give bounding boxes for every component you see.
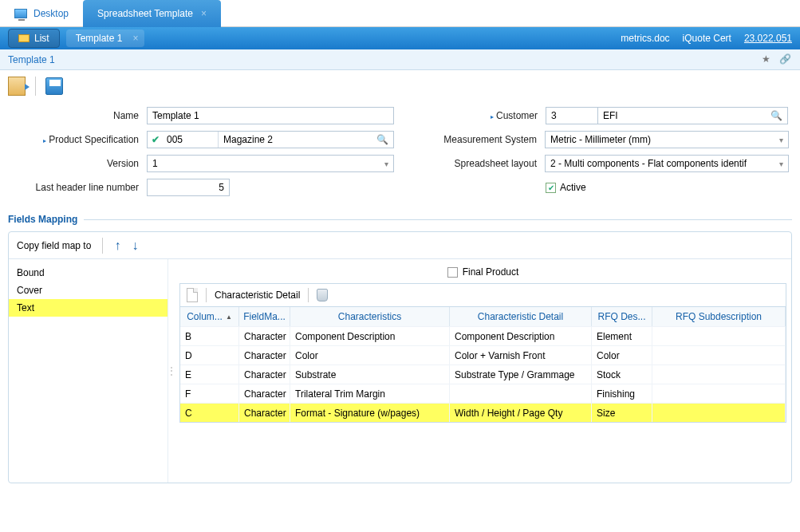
arrow-up-icon[interactable]: ↑ [114,238,120,253]
col-column[interactable]: Colum...▲ [180,307,239,326]
exit-icon[interactable] [8,77,26,96]
list-item-bound[interactable]: Bound [9,264,167,282]
version-select[interactable]: 1▾ [147,155,394,172]
section-title: Fields Mapping [0,211,800,228]
prodspec-label: ▸Product Specification [11,134,147,145]
prodspec-name: Magazine 2 [219,134,372,145]
version-link[interactable]: 23.022.051 [744,33,792,44]
chevron-down-icon: ▾ [384,160,388,168]
table-row[interactable]: FCharacterTrilateral Trim MarginFinishin… [180,384,786,403]
grid-header: Colum...▲ FieldMa... Characteristics Cha… [180,307,786,326]
table-row[interactable]: BCharacterComponent DescriptionComponent… [180,326,786,345]
cell: Finishing [592,384,652,403]
cell: Stock [592,365,652,384]
cell [652,384,786,403]
tab-spreadsheet-template[interactable]: Spreadsheet Template × [83,0,221,27]
cell: Character [239,346,290,365]
close-icon[interactable]: × [132,33,138,44]
new-icon[interactable] [187,288,198,302]
table-row[interactable]: ECharacterSubstrateSubstrate Type / Gram… [180,365,786,384]
breadcrumb: Template 1 ★ 🔗 [0,49,800,70]
cell: Character [239,327,290,345]
mapping-toolbar: Copy field map to ↑ ↓ [9,232,791,259]
col-rfq-des[interactable]: RFQ Des... [592,307,652,326]
lastheader-label: Last header line number [11,182,147,193]
form-area: Name Template 1 ▸Customer 3 EFI🔍 ▸Produc… [0,102,800,211]
name-input[interactable]: Template 1 [147,107,394,124]
layout-label: Spreadsheet layout [409,158,545,169]
name-label: Name [11,110,147,121]
list-item-text[interactable]: Text [9,299,167,317]
final-product-checkbox[interactable] [447,267,458,278]
star-icon[interactable]: ★ [762,53,774,66]
cell: Character [239,404,290,422]
active-checkbox[interactable]: ✔ [546,183,556,193]
header-bar: List Template 1 × metrics.doc iQuote Cer… [0,27,800,49]
char-detail-label[interactable]: Characteristic Detail [215,290,300,301]
template-tab[interactable]: Template 1 × [66,30,145,47]
right-area: Final Product Characteristic Detail Colu… [175,259,791,483]
cell: Element [592,327,652,345]
cell: Size [592,404,652,422]
toolbar [0,70,800,102]
chevron-down-icon: ▾ [779,160,783,168]
cell: E [180,365,239,384]
tab-desktop-label: Desktop [33,8,69,19]
cell: B [180,327,239,345]
version-label: Version [11,158,147,169]
measurement-label: Measurement System [409,134,545,145]
list-label: List [34,33,49,44]
prodspec-input[interactable]: ✔ 005 Magazine 2 🔍 [147,131,394,148]
table-row[interactable]: CCharacterFormat - Signature (w/pages)Wi… [180,403,786,422]
chevron-down-icon: ▾ [779,136,783,144]
cell: Character [239,384,290,403]
customer-code-input[interactable]: 3 [546,107,598,124]
mapping-panel: Copy field map to ↑ ↓ Bound Cover Text ⋮… [8,231,792,483]
cell: Color [592,346,652,365]
cell [652,404,786,422]
iquote-link[interactable]: iQuote Cert [683,33,731,44]
tab-desktop[interactable]: Desktop [0,0,83,27]
left-list: Bound Cover Text [9,259,168,483]
cell: Substrate Type / Grammage [450,365,592,384]
cell: Component Description [290,327,450,345]
list-item-cover[interactable]: Cover [9,282,167,299]
cell [652,346,786,365]
list-tab[interactable]: List [8,29,60,48]
active-label: Active [560,182,586,193]
tab-spreadsheet-label: Spreadsheet Template [97,8,193,19]
col-characteristics[interactable]: Characteristics [290,307,450,326]
cell: Character [239,365,290,384]
cell: Trilateral Trim Margin [290,384,450,403]
cell: Substrate [290,365,450,384]
copy-field-label: Copy field map to [17,240,91,251]
col-char-detail[interactable]: Characteristic Detail [450,307,592,326]
arrow-down-icon[interactable]: ↓ [132,238,138,253]
search-icon[interactable]: 🔍 [372,134,393,145]
link-icon[interactable]: 🔗 [779,53,792,66]
cell: C [180,404,239,422]
customer-name-input[interactable]: EFI🔍 [598,107,788,124]
cell: D [180,346,239,365]
table-row[interactable]: DCharacterColorColor + Varnish FrontColo… [180,345,786,365]
save-icon[interactable] [45,77,63,95]
metrics-link[interactable]: metrics.doc [621,33,669,44]
cell: Width / Height / Page Qty [450,404,592,422]
cell: Color + Varnish Front [450,346,592,365]
lastheader-input[interactable]: 5 [147,179,230,196]
close-icon[interactable]: × [201,8,207,19]
splitter[interactable]: ⋮ [168,259,175,483]
layout-select[interactable]: 2 - Multi components - Flat components i… [545,155,789,172]
folder-icon [18,34,30,42]
prodspec-code: 005 [164,134,218,145]
char-toolbar: Characteristic Detail [179,283,786,307]
col-rfq-sub[interactable]: RFQ Subdescription [652,307,786,326]
breadcrumb-text: Template 1 [8,54,55,65]
search-icon[interactable]: 🔍 [770,110,782,121]
cell: Color [290,346,450,365]
customer-label: ▸Customer [410,110,546,121]
trash-icon[interactable] [317,289,328,301]
col-fieldmap[interactable]: FieldMa... [239,307,290,326]
grid: Colum...▲ FieldMa... Characteristics Cha… [179,307,786,423]
measurement-select[interactable]: Metric - Millimeter (mm)▾ [545,131,789,148]
